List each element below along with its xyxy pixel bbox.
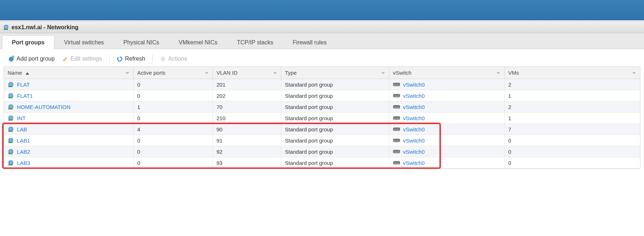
cell-vswitch: vSwitch0 bbox=[389, 113, 505, 123]
svg-rect-18 bbox=[396, 96, 397, 96]
vswitch-link[interactable]: vSwitch0 bbox=[403, 137, 425, 144]
cell-active-ports: 0 bbox=[134, 146, 213, 157]
active-ports-value: 4 bbox=[137, 126, 140, 132]
type-value: Standard port group bbox=[285, 160, 333, 166]
app-title-bar bbox=[0, 0, 644, 20]
cell-active-ports: 1 bbox=[134, 101, 213, 112]
svg-rect-65 bbox=[395, 163, 396, 163]
table-row[interactable]: HOME-AUTOMATION170Standard port groupvSw… bbox=[4, 101, 640, 113]
vswitch-icon bbox=[393, 138, 400, 143]
port-group-icon bbox=[8, 104, 14, 110]
tab-vmkernel-nics[interactable]: VMkernel NICs bbox=[169, 35, 227, 49]
tab-firewall-rules[interactable]: Firewall rules bbox=[283, 35, 336, 49]
svg-rect-24 bbox=[394, 107, 395, 108]
vlan-id-value: 93 bbox=[216, 160, 223, 166]
port-group-link[interactable]: INT bbox=[17, 115, 26, 121]
refresh-button[interactable]: Refresh bbox=[114, 55, 148, 63]
svg-rect-31 bbox=[393, 117, 400, 119]
actions-button[interactable]: Actions bbox=[157, 55, 190, 63]
cell-type: Standard port group bbox=[281, 124, 389, 135]
svg-rect-63 bbox=[393, 161, 400, 164]
port-group-link[interactable]: LAB1 bbox=[17, 137, 30, 144]
table-row[interactable]: FLAT10202Standard port groupvSwitch01 bbox=[4, 90, 640, 101]
table-row[interactable]: LAB490Standard port groupvSwitch07 bbox=[4, 124, 640, 135]
vms-value: 0 bbox=[508, 149, 511, 155]
chevron-down-icon[interactable] bbox=[125, 70, 130, 75]
cell-vswitch: vSwitch0 bbox=[389, 124, 505, 135]
cell-vswitch: vSwitch0 bbox=[389, 135, 505, 146]
vswitch-link[interactable]: vSwitch0 bbox=[403, 115, 425, 121]
edit-settings-button[interactable]: Edit settings bbox=[60, 55, 105, 63]
table-row[interactable]: FLAT0201Standard port groupvSwitch02 bbox=[4, 79, 640, 90]
type-value: Standard port group bbox=[285, 149, 333, 155]
svg-rect-47 bbox=[393, 139, 400, 142]
chevron-down-icon[interactable] bbox=[631, 70, 636, 75]
vlan-id-value: 70 bbox=[216, 104, 223, 110]
vswitch-link[interactable]: vSwitch0 bbox=[403, 82, 425, 88]
port-group-link[interactable]: LAB2 bbox=[17, 149, 30, 155]
tab-port-groups[interactable]: Port groups bbox=[2, 35, 54, 49]
svg-rect-1 bbox=[4, 29, 8, 30]
vms-value: 0 bbox=[508, 137, 511, 144]
vswitch-link[interactable]: vSwitch0 bbox=[403, 160, 425, 166]
vswitch-icon bbox=[393, 160, 400, 165]
port-group-icon bbox=[8, 81, 14, 88]
add-port-group-button[interactable]: Add port group bbox=[5, 55, 58, 63]
table-row[interactable]: LAB2092Standard port groupvSwitch00 bbox=[4, 146, 640, 157]
svg-rect-36 bbox=[398, 118, 399, 119]
chevron-down-icon[interactable] bbox=[380, 70, 385, 75]
svg-rect-46 bbox=[8, 142, 13, 143]
vswitch-link[interactable]: vSwitch0 bbox=[403, 93, 425, 99]
cell-vms: 1 bbox=[505, 90, 640, 101]
port-group-link[interactable]: HOME-AUTOMATION bbox=[17, 104, 71, 110]
column-header-vlan-id[interactable]: VLAN ID bbox=[213, 67, 281, 79]
svg-rect-35 bbox=[397, 118, 398, 119]
svg-rect-41 bbox=[395, 130, 396, 130]
column-header-name[interactable]: Name bbox=[4, 67, 134, 79]
vlan-id-value: 201 bbox=[216, 82, 225, 88]
vswitch-link[interactable]: vSwitch0 bbox=[403, 149, 425, 155]
grid-body: FLAT0201Standard port groupvSwitch02FLAT… bbox=[4, 79, 640, 169]
type-value: Standard port group bbox=[285, 104, 333, 110]
type-value: Standard port group bbox=[285, 115, 333, 121]
cell-active-ports: 0 bbox=[134, 90, 213, 101]
port-group-link[interactable]: FLAT1 bbox=[17, 93, 33, 99]
svg-rect-38 bbox=[8, 131, 13, 132]
svg-rect-33 bbox=[395, 118, 396, 119]
table-row[interactable]: INT0210Standard port groupvSwitch01 bbox=[4, 113, 640, 124]
column-header-vlan-id-label: VLAN ID bbox=[216, 70, 237, 76]
tab-virtual-switches[interactable]: Virtual switches bbox=[54, 35, 114, 49]
vswitch-link[interactable]: vSwitch0 bbox=[403, 126, 425, 132]
svg-rect-15 bbox=[393, 94, 400, 97]
port-group-link[interactable]: FLAT bbox=[17, 82, 30, 88]
vms-value: 7 bbox=[508, 126, 511, 132]
chevron-down-icon[interactable] bbox=[204, 70, 209, 75]
svg-rect-56 bbox=[394, 152, 395, 152]
vswitch-icon bbox=[393, 115, 400, 121]
column-header-type[interactable]: Type bbox=[281, 67, 389, 79]
toolbar-separator bbox=[109, 55, 109, 63]
column-header-active-ports[interactable]: Active ports bbox=[134, 67, 213, 79]
table-row[interactable]: LAB1091Standard port groupvSwitch00 bbox=[4, 135, 640, 146]
cell-vlan-id: 91 bbox=[213, 135, 281, 146]
port-group-icon bbox=[8, 115, 14, 121]
content-area: Add port group Edit settings Refresh bbox=[0, 49, 644, 169]
port-group-link[interactable]: LAB bbox=[17, 126, 27, 132]
vms-value: 1 bbox=[508, 93, 511, 99]
tab-tcp-ip-stacks[interactable]: TCP/IP stacks bbox=[227, 35, 283, 49]
svg-rect-28 bbox=[398, 107, 399, 108]
svg-rect-57 bbox=[395, 152, 396, 152]
vswitch-link[interactable]: vSwitch0 bbox=[403, 104, 425, 110]
svg-rect-7 bbox=[393, 83, 400, 86]
type-value: Standard port group bbox=[285, 137, 333, 144]
tab-physical-nics[interactable]: Physical NICs bbox=[114, 35, 169, 49]
port-group-link[interactable]: LAB3 bbox=[17, 160, 30, 166]
table-row[interactable]: LAB3093Standard port groupvSwitch00 bbox=[4, 157, 640, 169]
column-header-vms[interactable]: VMs bbox=[505, 67, 640, 79]
cell-type: Standard port group bbox=[281, 90, 389, 101]
svg-rect-25 bbox=[395, 107, 396, 108]
tab-label: Virtual switches bbox=[64, 39, 104, 45]
chevron-down-icon[interactable] bbox=[496, 70, 501, 75]
column-header-vswitch[interactable]: vSwitch bbox=[389, 67, 505, 79]
chevron-down-icon[interactable] bbox=[272, 70, 277, 75]
